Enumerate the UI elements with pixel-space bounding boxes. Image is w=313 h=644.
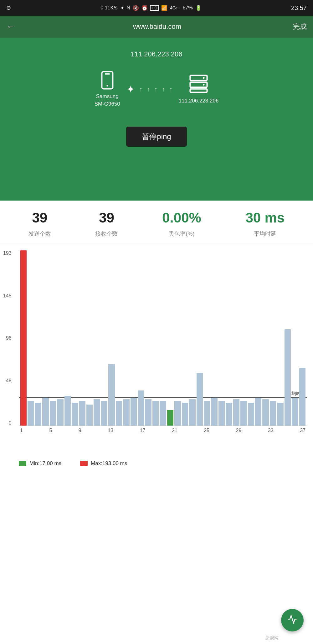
arrow-4: ↑ — [162, 86, 165, 93]
bar-22 — [174, 401, 181, 426]
received-value: 39 — [99, 210, 114, 226]
x-label-5: 5 — [49, 428, 52, 433]
min-legend: Min:17.00 ms — [19, 460, 61, 467]
pause-ping-button[interactable]: 暂停ping — [126, 127, 187, 147]
ping-devices-row: Samsung SM-G9650 ✦ ↑ ↑ ↑ ↑ ↑ 111.206.223… — [6, 71, 307, 108]
bar-39 — [299, 368, 305, 426]
battery-level: 67% — [183, 5, 193, 11]
svg-point-7 — [203, 84, 204, 86]
source-device: Samsung SM-G9650 — [95, 71, 120, 108]
status-bar: ⊖ 0.11K/s ✦ N 🔇 ⏰ HD 📶 4G↑↓ 67% 🔋 23:57 — [0, 0, 313, 16]
y-label-145: 145 — [3, 293, 12, 299]
loss-value: 0.00% — [162, 210, 201, 226]
loss-label: 丢包率(%) — [169, 230, 194, 238]
bar-11 — [94, 399, 100, 426]
browser-bar: ← www.baidu.com 完成 — [0, 16, 313, 38]
status-time: 23:57 — [291, 4, 307, 12]
bar-25 — [197, 373, 203, 426]
y-label-48: 48 — [6, 378, 12, 384]
chart-section: 193 145 96 48 0 平均时延 1 5 9 13 17 21 25 2… — [0, 244, 313, 457]
bar-35 — [270, 401, 276, 426]
bar-27 — [211, 398, 217, 426]
bar-20 — [160, 401, 166, 426]
delay-value: 30 ms — [245, 210, 285, 226]
svg-point-1 — [106, 85, 108, 86]
bar-30 — [233, 399, 239, 426]
bar-36 — [277, 403, 283, 426]
bar-15 — [123, 399, 129, 426]
done-button[interactable]: 完成 — [293, 22, 307, 31]
bar-14 — [116, 401, 122, 426]
watermark: 新浪网 — [265, 635, 279, 641]
hd-icon: HD — [150, 5, 159, 11]
bar-26 — [204, 401, 210, 426]
bar-32 — [248, 403, 254, 426]
alarm-icon: ⏰ — [141, 5, 148, 11]
bar-5 — [50, 401, 56, 426]
server-ip-label: 111.206.223.206 — [179, 97, 219, 105]
min-color-swatch — [19, 461, 26, 466]
sent-label: 发送个数 — [28, 230, 51, 238]
bar-16 — [131, 398, 137, 426]
x-label-21: 21 — [172, 428, 177, 433]
bar-13 — [108, 364, 115, 426]
received-stat: 39 接收个数 — [95, 210, 118, 238]
target-ip: 111.206.223.206 — [131, 50, 182, 58]
bar-23 — [182, 403, 188, 426]
bar-9 — [79, 401, 85, 426]
bar-37 — [285, 329, 291, 426]
sent-value: 39 — [32, 210, 47, 226]
legend-section: Min:17.00 ms Max:193.00 ms — [0, 457, 313, 473]
do-not-disturb-icon: ⊖ — [6, 4, 11, 11]
x-label-17: 17 — [140, 428, 146, 433]
bar-34 — [262, 399, 269, 426]
svg-rect-5 — [190, 89, 207, 92]
bar-12 — [101, 401, 107, 426]
x-label-1: 1 — [20, 428, 23, 433]
bars-container — [19, 250, 307, 426]
bar-2 — [28, 401, 34, 426]
y-label-0: 0 — [9, 420, 12, 426]
bar-24 — [189, 399, 195, 426]
bar-4 — [42, 398, 49, 426]
server-icon — [188, 74, 209, 94]
received-label: 接收个数 — [95, 230, 118, 238]
bar-10 — [86, 405, 93, 426]
y-label-96: 96 — [6, 335, 12, 341]
target-server: 111.206.223.206 — [179, 74, 219, 105]
x-label-13: 13 — [108, 428, 113, 433]
fab-button[interactable] — [281, 609, 304, 631]
stats-section: 39 发送个数 39 接收个数 0.00% 丢包率(%) 30 ms 平均时延 — [0, 201, 313, 244]
x-label-29: 29 — [236, 428, 242, 433]
phone-icon — [98, 71, 117, 90]
chart-area: 平均时延 — [19, 250, 307, 426]
fab-chart-icon — [287, 614, 297, 626]
bar-33 — [255, 398, 261, 426]
delay-label: 平均时延 — [254, 230, 276, 238]
x-label-25: 25 — [204, 428, 209, 433]
url-display[interactable]: www.baidu.com — [21, 23, 293, 31]
back-button[interactable]: ← — [6, 22, 15, 32]
bar-1 — [20, 250, 27, 426]
bar-29 — [226, 403, 232, 426]
wifi-icon: 📶 — [161, 5, 167, 11]
speed-indicator: 0.11K/s — [100, 5, 117, 11]
bar-7 — [64, 396, 71, 426]
arrow-1: ↑ — [139, 86, 142, 93]
x-axis: 1 5 9 13 17 21 25 29 33 37 — [19, 426, 307, 433]
bar-31 — [240, 401, 247, 426]
mute-icon: 🔇 — [133, 5, 139, 11]
bar-8 — [72, 403, 78, 426]
device-name: Samsung SM-G9650 — [95, 93, 120, 108]
sent-stat: 39 发送个数 — [28, 210, 51, 238]
status-left: ⊖ — [6, 4, 11, 11]
x-label-33: 33 — [268, 428, 274, 433]
x-label-9: 9 — [79, 428, 81, 433]
bar-6 — [57, 399, 63, 426]
ping-section: 111.206.223.206 Samsung SM-G9650 ✦ ↑ ↑ ↑… — [0, 38, 313, 201]
bar-21 — [167, 410, 173, 426]
bar-28 — [218, 401, 225, 426]
bar-38 — [292, 398, 298, 426]
nfc-icon: N — [127, 5, 131, 11]
max-color-swatch — [80, 461, 88, 466]
